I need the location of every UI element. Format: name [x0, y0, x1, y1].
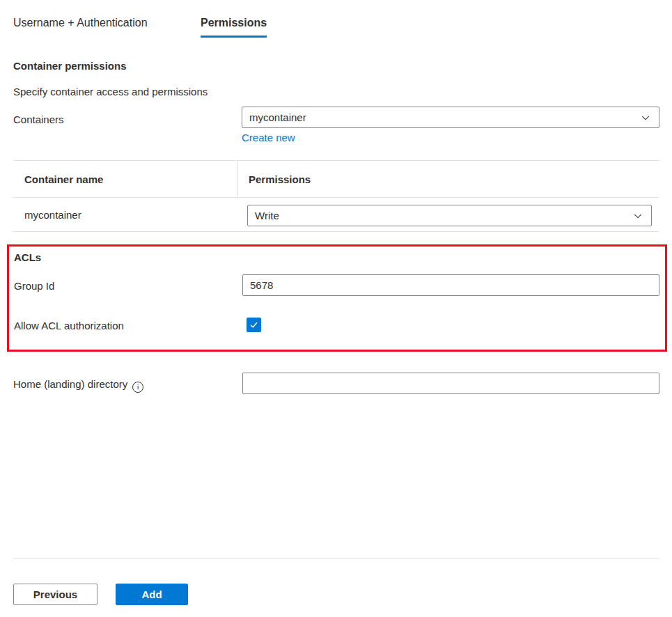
table-header-bottom-border — [13, 197, 659, 198]
table-row-bottom-border — [13, 231, 659, 232]
info-icon[interactable]: i — [132, 382, 143, 393]
home-directory-label-row: Home (landing) directoryi — [13, 378, 143, 393]
container-permissions-description: Specify container access and permissions — [13, 86, 208, 97]
acls-highlight-annotation — [7, 244, 667, 352]
container-permissions-heading: Container permissions — [13, 60, 127, 72]
permissions-dropdown[interactable]: Write — [247, 205, 652, 226]
table-header-container-name: Container name — [24, 173, 103, 185]
permissions-dropdown-value: Write — [255, 210, 279, 221]
table-header-divider — [237, 160, 238, 197]
tab-username-authentication[interactable]: Username + Authentication — [13, 17, 148, 29]
previous-button[interactable]: Previous — [13, 584, 97, 605]
group-id-label: Group Id — [14, 280, 54, 292]
containers-dropdown[interactable]: mycontainer — [242, 107, 659, 128]
home-directory-input[interactable] — [242, 373, 659, 394]
footer-divider — [13, 559, 659, 559]
table-header-permissions: Permissions — [249, 173, 311, 185]
tab-permissions[interactable]: Permissions — [201, 17, 267, 38]
chevron-down-icon — [633, 211, 643, 221]
home-directory-label: Home (landing) directory — [13, 378, 127, 390]
allow-acl-authorization-label: Allow ACL authorization — [14, 320, 124, 331]
table-top-border — [13, 160, 659, 161]
containers-dropdown-value: mycontainer — [249, 111, 306, 123]
group-id-input[interactable] — [242, 274, 659, 296]
table-cell-container-name: mycontainer — [24, 209, 81, 221]
allow-acl-authorization-checkbox[interactable] — [247, 318, 261, 332]
chevron-down-icon — [641, 113, 650, 123]
acls-heading: ACLs — [14, 251, 41, 263]
add-button[interactable]: Add — [116, 584, 188, 605]
create-new-link[interactable]: Create new — [242, 132, 295, 143]
containers-label: Containers — [13, 114, 64, 125]
checkmark-icon — [249, 320, 258, 329]
